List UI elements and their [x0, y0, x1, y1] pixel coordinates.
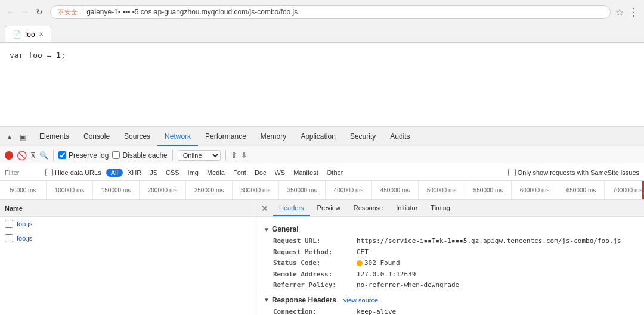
details-tab-timing[interactable]: Timing: [425, 200, 456, 216]
separator-pipe: |: [81, 8, 83, 16]
response-headers-section-header[interactable]: ▼ Response Headers view source: [264, 296, 637, 304]
request-url-key: Request URL:: [273, 236, 357, 247]
request-row-checkbox-2[interactable]: [5, 234, 13, 242]
tab-sources[interactable]: Sources: [117, 127, 157, 146]
menu-button[interactable]: ⋮: [628, 5, 639, 18]
remote-address-key: Remote Address:: [273, 270, 357, 280]
disable-cache-checkbox[interactable]: [112, 151, 120, 159]
view-source-link[interactable]: view source: [343, 297, 378, 304]
details-tab-preview[interactable]: Preview: [311, 200, 346, 216]
devtools-tabs: Elements Console Sources Network Perform…: [32, 127, 417, 146]
timeline-350000: 350000 ms: [279, 181, 326, 199]
filter-tag-xhr[interactable]: XHR: [124, 169, 145, 177]
browser-chrome: ← → ↻ 不安全 | galenye-1▪ ▪▪▪ ▪5.cos.ap-gua…: [0, 0, 644, 43]
import-har-button[interactable]: ⇧: [231, 151, 237, 160]
details-tabs: ✕ Headers Preview Response Initiator Tim…: [256, 200, 644, 217]
request-method-key: Request Method:: [273, 248, 357, 258]
search-button[interactable]: 🔍: [39, 151, 48, 160]
filter-tag-js[interactable]: JS: [146, 169, 161, 177]
inspect-element-icon[interactable]: ▲: [5, 132, 14, 142]
headers-content: ▼ General Request URL: https://service-i…: [256, 217, 644, 315]
tab-close-button[interactable]: ✕: [39, 31, 44, 38]
remote-address-value: 127.0.0.1:12639: [357, 270, 416, 280]
network-throttle-select[interactable]: Online Fast 3G Slow 3G Offline: [178, 150, 221, 161]
tab-memory[interactable]: Memory: [253, 127, 293, 146]
timeline-50000: 50000 ms: [0, 181, 47, 199]
header-row-remote-address: Remote Address: 127.0.0.1:12639: [264, 269, 637, 280]
header-row-request-method: Request Method: GET: [264, 247, 637, 258]
reload-button[interactable]: ↻: [33, 6, 45, 18]
devtools-nav: ▲ ▣ Elements Console Sources Network Per…: [0, 127, 644, 146]
status-code-value: 302 Found: [357, 258, 400, 269]
filter-tag-doc[interactable]: Doc: [251, 169, 270, 177]
filter-tag-img[interactable]: Img: [184, 169, 202, 177]
code-line: var foo = 1;: [10, 51, 66, 60]
timeline-100000: 100000 ms: [47, 181, 93, 199]
tab-elements[interactable]: Elements: [32, 127, 76, 146]
devtools-panel: ▲ ▣ Elements Console Sources Network Per…: [0, 127, 644, 315]
filter-tag-media[interactable]: Media: [203, 169, 228, 177]
url-display: galenye-1▪ ▪▪▪ ▪5.cos.ap-guangzhou.myqcl…: [86, 8, 298, 16]
tab-console[interactable]: Console: [76, 127, 117, 146]
table-row[interactable]: foo.js: [0, 231, 256, 245]
tab-security[interactable]: Security: [343, 127, 383, 146]
security-icon: 不安全: [58, 8, 78, 17]
filter-button[interactable]: ⊼: [30, 151, 36, 160]
forward-button[interactable]: →: [19, 6, 31, 18]
preserve-log-checkbox[interactable]: [58, 151, 66, 159]
details-close-button[interactable]: ✕: [261, 204, 268, 213]
details-tab-headers[interactable]: Headers: [273, 200, 310, 216]
filter-tag-other[interactable]: Other: [323, 169, 347, 177]
toolbar-separator-2: [172, 150, 173, 161]
tab-performance[interactable]: Performance: [198, 127, 253, 146]
only-samesite-label[interactable]: Only show requests with SameSite issues: [508, 169, 639, 176]
tab-audits[interactable]: Audits: [383, 127, 417, 146]
only-samesite-text: Only show requests with SameSite issues: [518, 169, 639, 176]
timeline-700000: 700000 ms: [605, 181, 644, 199]
clear-button[interactable]: 🚫: [17, 151, 27, 160]
filter-tag-manifest[interactable]: Manifest: [290, 169, 322, 177]
details-tab-initiator[interactable]: Initiator: [390, 200, 423, 216]
header-row-connection: Connection: keep-alive: [264, 307, 637, 316]
disable-cache-text: Disable cache: [122, 151, 167, 160]
timeline-250000: 250000 ms: [186, 181, 233, 199]
response-headers-section-title: Response Headers: [272, 296, 336, 304]
hide-data-urls-label[interactable]: Hide data URLs: [45, 169, 101, 176]
header-row-request-url: Request URL: https://service-i▪▪T▪k-1▪▪▪…: [264, 236, 637, 247]
status-code-key: Status Code:: [273, 258, 357, 269]
hide-data-urls-checkbox[interactable]: [45, 169, 53, 176]
requests-panel: Name foo.js foo.js: [0, 200, 256, 315]
hide-data-urls-text: Hide data URLs: [55, 169, 101, 176]
tab-application[interactable]: Application: [293, 127, 343, 146]
request-row-checkbox-1[interactable]: [5, 220, 13, 228]
browser-tab-foo[interactable]: 📄 foo ✕: [5, 26, 51, 42]
general-section-header[interactable]: ▼ General: [264, 225, 637, 233]
details-tab-response[interactable]: Response: [348, 200, 389, 216]
export-har-button[interactable]: ⇩: [241, 151, 247, 160]
referrer-policy-key: Referrer Policy:: [273, 280, 357, 291]
browser-toolbar: ← → ↻ 不安全 | galenye-1▪ ▪▪▪ ▪5.cos.ap-gua…: [0, 0, 644, 24]
device-toolbar-icon[interactable]: ▣: [18, 132, 27, 142]
only-samesite-checkbox[interactable]: [508, 169, 516, 176]
tab-network[interactable]: Network: [157, 127, 198, 146]
request-url-value: https://service-i▪▪T▪k-1▪▪▪5.gz.apigw.te…: [357, 236, 621, 247]
filter-tag-font[interactable]: Font: [230, 169, 250, 177]
record-button[interactable]: [5, 151, 13, 160]
filter-tag-css[interactable]: CSS: [162, 169, 183, 177]
timeline-500000: 500000 ms: [419, 181, 465, 199]
tab-bar: 📄 foo ✕: [0, 24, 644, 43]
table-row[interactable]: foo.js: [0, 217, 256, 231]
filter-input[interactable]: [5, 169, 41, 176]
filter-tag-all[interactable]: All: [106, 169, 123, 177]
timeline-550000: 550000 ms: [465, 181, 512, 199]
address-bar[interactable]: 不安全 | galenye-1▪ ▪▪▪ ▪5.cos.ap-guangzhou…: [50, 5, 611, 19]
status-dot: [357, 260, 363, 266]
bookmark-button[interactable]: ☆: [615, 7, 624, 18]
connection-value: keep-alive: [357, 307, 396, 316]
timeline-400000: 400000 ms: [326, 181, 372, 199]
back-button[interactable]: ←: [5, 6, 17, 18]
preserve-log-label[interactable]: Preserve log: [58, 151, 109, 160]
disable-cache-label[interactable]: Disable cache: [112, 151, 167, 160]
filter-tag-ws[interactable]: WS: [271, 169, 289, 177]
timeline: 50000 ms 100000 ms 150000 ms 200000 ms 2…: [0, 181, 644, 200]
